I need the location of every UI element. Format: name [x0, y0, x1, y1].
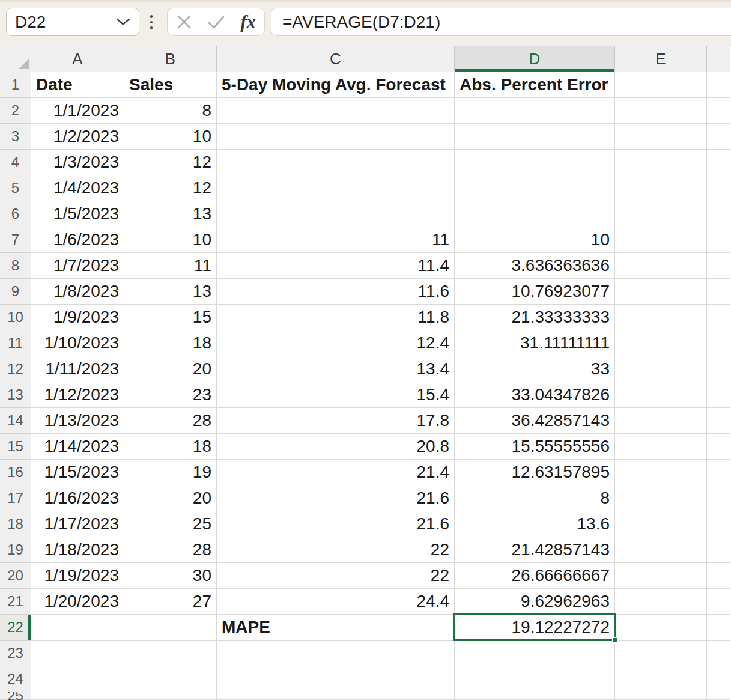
cell-B6[interactable]: 13	[124, 201, 217, 227]
cell-B16[interactable]: 19	[124, 460, 217, 485]
row-header-1[interactable]: 1	[0, 72, 31, 98]
cell-A6[interactable]: 1/5/2023	[31, 201, 124, 227]
cell-B3[interactable]: 10	[124, 124, 217, 150]
toolbar-grip-handle[interactable]	[149, 11, 154, 33]
row-header-6[interactable]: 6	[0, 201, 31, 227]
row-header-17[interactable]: 17	[0, 485, 31, 511]
cell-B12[interactable]: 20	[124, 356, 217, 382]
name-box[interactable]: D22	[6, 8, 139, 36]
cell-B10[interactable]: 15	[124, 305, 217, 330]
cell-E8[interactable]	[615, 253, 707, 279]
cell-A25[interactable]	[31, 692, 124, 700]
cell-E9[interactable]	[615, 279, 707, 305]
cell-A7[interactable]: 1/6/2023	[31, 227, 124, 253]
cell-A2[interactable]: 1/1/2023	[31, 98, 124, 124]
cell-D5[interactable]	[455, 175, 615, 201]
cell-C4[interactable]	[217, 150, 455, 175]
cell-B11[interactable]: 18	[124, 330, 217, 356]
cell-E17[interactable]	[615, 485, 707, 511]
cell-A11[interactable]: 1/10/2023	[31, 330, 124, 356]
cell-B13[interactable]: 23	[124, 382, 217, 408]
cell-B23[interactable]	[124, 641, 217, 666]
cell-A20[interactable]: 1/19/2023	[31, 563, 124, 589]
cell-C15[interactable]: 20.8	[217, 434, 455, 460]
cell-D8[interactable]: 3.636363636	[455, 253, 615, 279]
cell-B17[interactable]: 20	[124, 485, 217, 511]
row-header-15[interactable]: 15	[0, 434, 31, 460]
cell-E23[interactable]	[615, 641, 707, 666]
cell-C21[interactable]: 24.4	[217, 589, 455, 615]
cell-B19[interactable]: 28	[124, 537, 217, 563]
cell-D21[interactable]: 9.62962963	[455, 589, 615, 615]
cell-A8[interactable]: 1/7/2023	[31, 253, 124, 279]
cell-C3[interactable]	[217, 124, 455, 150]
insert-function-fx-icon[interactable]: fx	[240, 13, 256, 31]
cell-D7[interactable]: 10	[455, 227, 615, 253]
cell-A21[interactable]: 1/20/2023	[31, 589, 124, 615]
cell-A16[interactable]: 1/15/2023	[31, 460, 124, 485]
cell-A9[interactable]: 1/8/2023	[31, 279, 124, 305]
cell-C23[interactable]	[217, 641, 455, 666]
cell-B21[interactable]: 27	[124, 589, 217, 615]
cell-A24[interactable]	[31, 666, 124, 692]
cell-D10[interactable]: 21.33333333	[455, 305, 615, 330]
cell-B2[interactable]: 8	[124, 98, 217, 124]
cell-C16[interactable]: 21.4	[217, 460, 455, 485]
cell-B8[interactable]: 11	[124, 253, 217, 279]
cell-E13[interactable]	[615, 382, 707, 408]
cell-D1[interactable]: Abs. Percent Error	[455, 72, 615, 98]
cell-C24[interactable]	[217, 666, 455, 692]
row-header-24[interactable]: 24	[0, 666, 31, 692]
row-header-21[interactable]: 21	[0, 589, 31, 615]
cell-D13[interactable]: 33.04347826	[455, 382, 615, 408]
cell-E16[interactable]	[615, 460, 707, 485]
row-header-14[interactable]: 14	[0, 408, 31, 434]
cell-A10[interactable]: 1/9/2023	[31, 305, 124, 330]
cell-E22[interactable]	[615, 615, 707, 641]
row-header-11[interactable]: 11	[0, 330, 31, 356]
cell-B9[interactable]: 13	[124, 279, 217, 305]
column-header-B[interactable]: B	[124, 46, 217, 72]
cell-E25[interactable]	[615, 692, 707, 700]
row-header-23[interactable]: 23	[0, 641, 31, 666]
cell-D3[interactable]	[455, 124, 615, 150]
cell-D22[interactable]: 19.12227272	[455, 615, 615, 641]
cell-B15[interactable]: 18	[124, 434, 217, 460]
cell-D9[interactable]: 10.76923077	[455, 279, 615, 305]
cell-E12[interactable]	[615, 356, 707, 382]
cell-D14[interactable]: 36.42857143	[455, 408, 615, 434]
row-header-10[interactable]: 10	[0, 305, 31, 330]
row-header-4[interactable]: 4	[0, 150, 31, 175]
chevron-down-icon[interactable]	[116, 18, 130, 26]
cell-B18[interactable]: 25	[124, 511, 217, 537]
cell-D18[interactable]: 13.6	[455, 511, 615, 537]
cell-E14[interactable]	[615, 408, 707, 434]
cell-B25[interactable]	[124, 692, 217, 700]
cell-C18[interactable]: 21.6	[217, 511, 455, 537]
cell-C20[interactable]: 22	[217, 563, 455, 589]
cell-E19[interactable]	[615, 537, 707, 563]
cell-E10[interactable]	[615, 305, 707, 330]
cell-A5[interactable]: 1/4/2023	[31, 175, 124, 201]
cell-A19[interactable]: 1/18/2023	[31, 537, 124, 563]
row-header-7[interactable]: 7	[0, 227, 31, 253]
row-header-12[interactable]: 12	[0, 356, 31, 382]
column-header-D[interactable]: D	[455, 46, 615, 72]
cell-C5[interactable]	[217, 175, 455, 201]
cell-A23[interactable]	[31, 641, 124, 666]
cell-E6[interactable]	[615, 201, 707, 227]
cell-A13[interactable]: 1/12/2023	[31, 382, 124, 408]
cell-D6[interactable]	[455, 201, 615, 227]
cell-E18[interactable]	[615, 511, 707, 537]
cell-C2[interactable]	[217, 98, 455, 124]
cell-C6[interactable]	[217, 201, 455, 227]
column-header-C[interactable]: C	[217, 46, 455, 72]
cell-C7[interactable]: 11	[217, 227, 455, 253]
cell-B1[interactable]: Sales	[124, 72, 217, 98]
cell-C13[interactable]: 15.4	[217, 382, 455, 408]
cell-D17[interactable]: 8	[455, 485, 615, 511]
column-header-E[interactable]: E	[615, 46, 707, 72]
cell-E5[interactable]	[615, 175, 707, 201]
row-header-16[interactable]: 16	[0, 460, 31, 485]
row-header-2[interactable]: 2	[0, 98, 31, 124]
